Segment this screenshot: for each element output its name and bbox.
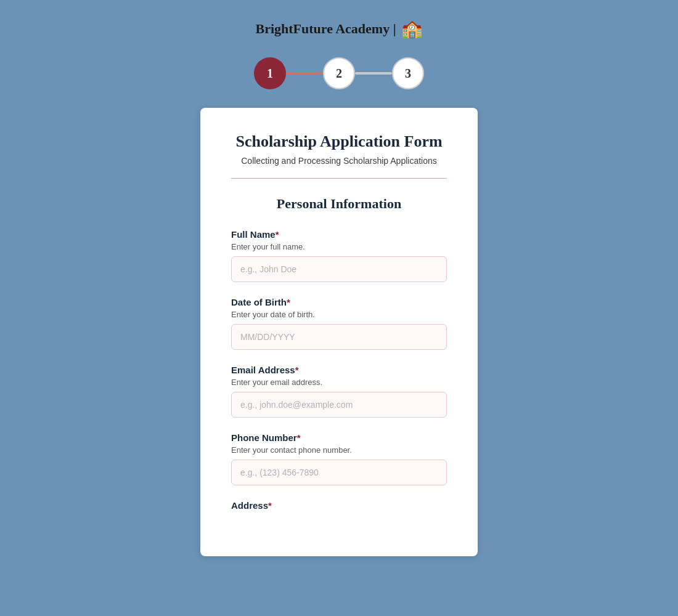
section-title: Personal Information xyxy=(231,196,447,212)
date-of-birth-input[interactable] xyxy=(231,324,447,350)
form-title: Scholarship Application Form xyxy=(231,132,447,151)
form-card: Scholarship Application Form Collecting … xyxy=(200,108,478,556)
email-required: * xyxy=(295,365,299,375)
phone-number-group: Phone Number* Enter your contact phone n… xyxy=(231,432,447,485)
date-of-birth-group: Date of Birth* Enter your date of birth. xyxy=(231,297,447,350)
full-name-label: Full Name* xyxy=(231,229,447,240)
phone-number-label: Phone Number* xyxy=(231,432,447,443)
phone-number-input[interactable] xyxy=(231,460,447,485)
date-of-birth-label: Date of Birth* xyxy=(231,297,447,307)
connector-1 xyxy=(286,72,323,75)
address-required: * xyxy=(268,500,272,511)
full-name-group: Full Name* Enter your full name. xyxy=(231,229,447,282)
step-2-circle[interactable]: 2 xyxy=(323,57,355,89)
full-name-input[interactable] xyxy=(231,256,447,282)
phone-number-hint: Enter your contact phone number. xyxy=(231,445,447,455)
email-address-hint: Enter your email address. xyxy=(231,378,447,387)
form-stepper: 1 2 3 xyxy=(254,57,424,89)
date-of-birth-required: * xyxy=(287,297,290,307)
phone-required: * xyxy=(297,432,301,443)
full-name-hint: Enter your full name. xyxy=(231,242,447,251)
step-3-circle[interactable]: 3 xyxy=(392,57,424,89)
connector-2 xyxy=(355,72,392,75)
brand-name: BrightFuture Academy | xyxy=(255,21,396,37)
school-icon: 🏫 xyxy=(401,18,423,39)
email-address-label: Email Address* xyxy=(231,365,447,375)
address-label-partial: Address* xyxy=(231,500,447,511)
step-1-circle[interactable]: 1 xyxy=(254,57,286,89)
email-address-group: Email Address* Enter your email address. xyxy=(231,365,447,418)
date-of-birth-hint: Enter your date of birth. xyxy=(231,310,447,319)
email-address-input[interactable] xyxy=(231,392,447,418)
address-group-partial: Address* xyxy=(231,500,447,511)
full-name-required: * xyxy=(276,229,279,240)
title-divider xyxy=(231,178,447,179)
app-header: BrightFuture Academy | 🏫 xyxy=(255,18,422,39)
form-subtitle: Collecting and Processing Scholarship Ap… xyxy=(231,156,447,166)
